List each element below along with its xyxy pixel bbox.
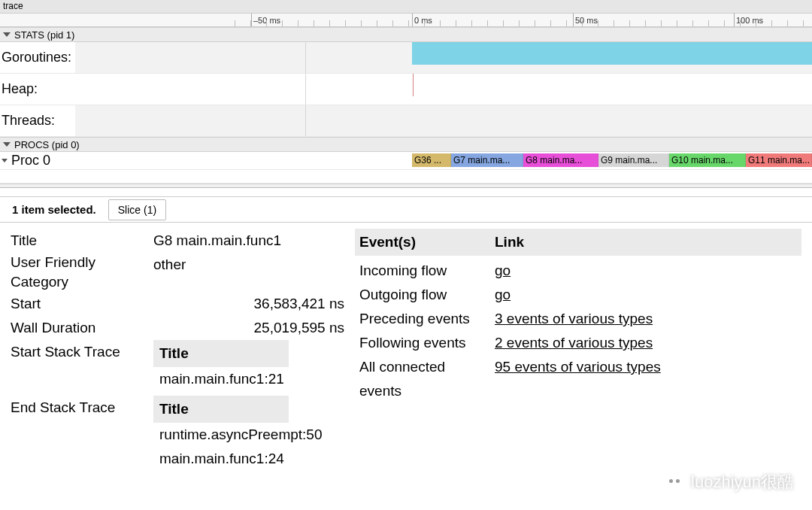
track-label-proc0: Proc 0 <box>0 152 75 169</box>
chevron-down-icon <box>3 32 11 37</box>
event-link[interactable]: go <box>495 287 511 302</box>
event-link[interactable]: go <box>495 263 511 278</box>
detail-category-value: other <box>153 253 349 292</box>
proc-slice[interactable]: G11 main.ma... <box>746 153 812 167</box>
detail-start-value: 36,583,421 ns <box>153 292 349 316</box>
event-link[interactable]: 2 events of various types <box>495 335 653 351</box>
selection-summary: 1 item selected. <box>12 203 96 216</box>
proc-slice[interactable]: G9 main.ma... <box>598 153 669 167</box>
time-ruler[interactable]: –50 ms0 ms50 ms100 ms <box>0 14 812 27</box>
wechat-icon <box>664 472 685 493</box>
event-row: All connected events95 events of various… <box>355 355 801 403</box>
event-link[interactable]: 95 events of various types <box>495 359 661 375</box>
detail-category-label: User Friendly Category <box>11 253 153 292</box>
track-area-heap[interactable] <box>75 74 812 105</box>
goroutine-activity-bar[interactable] <box>412 42 812 65</box>
proc-slice[interactable]: G7 main.ma... <box>451 153 523 167</box>
ruler-tick: 0 ms <box>412 14 432 26</box>
event-row: Following events2 events of various type… <box>355 331 801 355</box>
event-link[interactable]: 3 events of various types <box>495 311 653 326</box>
stack-frame: main.main.func1:21 <box>153 367 349 391</box>
proc-slice[interactable]: G10 main.ma... <box>669 153 746 167</box>
detail-wall-value: 25,019,595 ns <box>153 316 349 340</box>
proc-slice[interactable]: G36 ... <box>412 153 451 167</box>
proc0-label-text: Proc 0 <box>11 153 50 168</box>
detail-tab-bar: 1 item selected. Slice (1) <box>0 197 812 223</box>
ruler-tick: 100 ms <box>734 14 763 26</box>
track-goroutines[interactable]: Goroutines: <box>0 42 812 74</box>
events-header: Event(s) Link <box>355 229 801 256</box>
endstack-col-header: Title <box>153 396 289 423</box>
track-proc0-sub <box>0 170 812 184</box>
track-label-heap: Heap: <box>0 74 75 105</box>
watermark: luozhiyun很酷 <box>664 471 794 493</box>
window-title: trace <box>0 0 812 14</box>
proc-slice[interactable]: G8 main.ma... <box>523 153 598 167</box>
stack-frame: main.main.func1:24 <box>153 447 349 471</box>
track-area-threads[interactable] <box>75 105 812 136</box>
track-label-goroutines: Goroutines: <box>0 42 75 73</box>
events-header-link: Link <box>490 229 801 256</box>
detail-wall-label: Wall Duration <box>11 316 153 340</box>
events-header-event: Event(s) <box>355 229 490 256</box>
chevron-down-icon <box>3 142 11 147</box>
track-area-goroutines[interactable] <box>75 42 812 73</box>
ruler-tick: 50 ms <box>573 14 598 26</box>
procs-header-label: PROCS (pid 0) <box>14 139 80 150</box>
watermark-text: luozhiyun很酷 <box>691 471 794 493</box>
event-row: Incoming flowgo <box>355 259 801 283</box>
panel-gap <box>0 188 812 197</box>
event-name: All connected events <box>355 355 490 403</box>
heap-mark[interactable] <box>413 74 414 96</box>
event-name: Following events <box>355 331 490 355</box>
details-panel: Title G8 main.main.func1 User Friendly C… <box>0 223 812 477</box>
tab-slice[interactable]: Slice (1) <box>108 199 166 220</box>
track-proc0[interactable]: Proc 0 G36 ...G7 main.ma...G8 main.ma...… <box>0 152 812 170</box>
track-area-proc0[interactable]: G36 ...G7 main.ma...G8 main.ma...G9 main… <box>75 152 812 169</box>
stats-section-header[interactable]: STATS (pid 1) <box>0 27 812 42</box>
details-right-column: Event(s) Link Incoming flowgoOutgoing fl… <box>355 229 801 471</box>
detail-title-value: G8 main.main.func1 <box>153 229 349 253</box>
detail-title-label: Title <box>11 229 153 253</box>
procs-section-header[interactable]: PROCS (pid 0) <box>0 137 812 152</box>
detail-startstack-label: Start Stack Trace <box>11 340 153 391</box>
track-threads[interactable]: Threads: <box>0 105 812 137</box>
event-name: Preceding events <box>355 307 490 331</box>
event-row: Preceding events3 events of various type… <box>355 307 801 331</box>
event-row: Outgoing flowgo <box>355 283 801 307</box>
details-left-column: Title G8 main.main.func1 User Friendly C… <box>11 229 349 471</box>
startstack-col-header: Title <box>153 340 289 367</box>
detail-endstack-label: End Stack Trace <box>11 396 153 471</box>
track-heap[interactable]: Heap: <box>0 74 812 105</box>
stats-header-label: STATS (pid 1) <box>14 29 74 41</box>
detail-start-label: Start <box>11 292 153 316</box>
event-name: Incoming flow <box>355 259 490 283</box>
chevron-down-icon <box>2 159 8 162</box>
event-name: Outgoing flow <box>355 283 490 307</box>
track-label-threads: Threads: <box>0 105 75 136</box>
stack-frame: runtime.asyncPreempt:50 <box>153 423 349 447</box>
